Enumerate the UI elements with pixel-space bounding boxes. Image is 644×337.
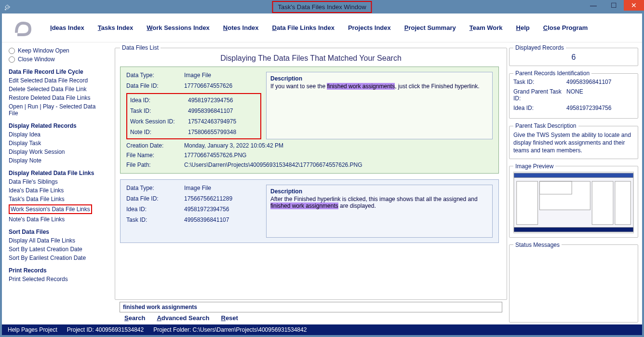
side-note-file-links[interactable]: Note's Data File Links: [9, 216, 106, 223]
menu-notes-index[interactable]: Notes Index: [223, 24, 259, 31]
status-messages-fieldset: Status Messages: [509, 242, 638, 323]
reset-link[interactable]: Reset: [221, 314, 238, 322]
menu-project-summary-label: roject Summary: [408, 24, 456, 31]
minimize-button[interactable]: —: [583, 0, 604, 11]
search-input[interactable]: [120, 302, 502, 312]
label-note-id: Note ID:: [130, 129, 188, 135]
advanced-search-link[interactable]: Advanced Search: [157, 314, 209, 322]
image-preview-fieldset: Image Preview: [509, 163, 638, 238]
ids-highlight-box: Idea ID: 49581972394756 Task ID: 4995839…: [126, 93, 261, 139]
pr-gp-task-id-value: NONE: [566, 88, 634, 102]
side-head-related-links: Display Related Data File Links: [9, 170, 106, 176]
side-idea-file-links[interactable]: Idea's Data File Links: [9, 187, 106, 194]
main-area: Data Files List Displaying The Data File…: [113, 42, 507, 324]
data-files-list-scroll[interactable]: Data Type: Image File Data File ID: 1777…: [120, 67, 502, 297]
description-text-post: , just click the Finished hyperlink.: [395, 83, 479, 90]
data-files-list-title: Displaying The Data Files That Matched Y…: [120, 54, 502, 63]
status-project-id: Project ID: 400956931534842: [67, 326, 144, 333]
maximize-button[interactable]: ☐: [604, 0, 624, 11]
side-display-idea[interactable]: Display Idea: [9, 131, 106, 138]
app-icon: ⌮: [4, 3, 11, 11]
menu-close-program-label: lose Program: [548, 24, 588, 31]
label-file-name: File Name:: [126, 152, 184, 159]
description-box: Description After the Finished hyperlink…: [266, 185, 493, 238]
side-head-life-cycle: Data File Record Life Cycle: [9, 68, 106, 75]
side-file-siblings[interactable]: Data File's Siblings: [9, 178, 106, 185]
side-task-file-links[interactable]: Task's Data File Links: [9, 196, 106, 202]
side-head-sort: Sort Data Files: [9, 229, 106, 235]
data-files-list-legend: Data Files List: [120, 44, 161, 51]
side-restore-links[interactable]: Restore Deleted Data File Links: [9, 94, 106, 101]
label-idea-id: Idea ID:: [130, 97, 188, 104]
pr-idea-id-label: Idea ID:: [513, 105, 566, 111]
displayed-records-legend: Displayed Records: [513, 44, 566, 51]
keep-window-open-radio[interactable]: Keep Window Open: [9, 47, 106, 54]
description-label: Description: [270, 188, 488, 195]
image-preview-thumbnail[interactable]: [513, 172, 634, 233]
side-edit-record[interactable]: Edit Selected Data File Record: [9, 77, 106, 84]
description-text-pre: After the Finished hyperlink is clicked,…: [270, 196, 478, 202]
value-data-type: Image File: [184, 72, 261, 79]
side-delete-link[interactable]: Delete Selected Data File Link: [9, 86, 106, 93]
status-help-pages[interactable]: Help Pages Project: [8, 326, 57, 333]
data-file-record[interactable]: Data Type: Image File Data File ID: 1777…: [120, 67, 499, 174]
close-button[interactable]: ✕: [624, 0, 644, 11]
menu-close-program[interactable]: Close Program: [543, 24, 588, 31]
app-logo-icon: [11, 18, 37, 38]
menu-work-sessions-index-label: ork Sessions Index: [152, 24, 210, 31]
value-note-id: 175806655799348: [188, 129, 257, 135]
status-messages-legend: Status Messages: [513, 242, 562, 248]
label-ws-id: Work Session ID:: [130, 118, 188, 125]
window-title: Task's Data Files Index Window: [272, 1, 372, 13]
side-sort-earliest[interactable]: Sort By Earilest Creation Date: [9, 255, 106, 261]
titlebar: ⌮ Task's Data Files Index Window — ☐ ✕: [0, 0, 644, 13]
description-text-pre: If you want to see the: [270, 83, 327, 90]
menu-tasks-index[interactable]: Tasks Index: [98, 24, 133, 31]
side-display-note[interactable]: Display Note: [9, 157, 106, 164]
svg-rect-2: [514, 227, 633, 232]
menu-ideas-index[interactable]: Ideas Index: [50, 24, 84, 31]
parent-task-desc-text: Give the TWS System the ability to locat…: [513, 131, 634, 155]
label-data-type: Data Type:: [126, 185, 184, 191]
menu-tasks-index-label: asks Index: [101, 24, 134, 31]
pr-task-id-value: 49958396841107: [566, 79, 634, 85]
value-idea-id: 49581972394756: [184, 206, 261, 213]
close-window-radio[interactable]: Close Window: [9, 56, 106, 63]
parent-records-ident-legend: Parent Records Identification: [513, 70, 591, 77]
search-link[interactable]: Search: [124, 314, 145, 322]
label-creation-date: Creation Date:: [126, 142, 184, 149]
menu-work-sessions-index[interactable]: Work Sessions Index: [147, 24, 210, 31]
side-display-task[interactable]: Display Task: [9, 140, 106, 147]
value-task-id: 49958396841107: [184, 216, 261, 223]
side-display-all-links[interactable]: Display All Data File Links: [9, 237, 106, 244]
side-ws-file-links[interactable]: Work Session's Data File Links: [9, 204, 92, 214]
menu-projects-index[interactable]: Projects Index: [348, 24, 391, 31]
side-sort-latest[interactable]: Sort By Latest Creation Date: [9, 246, 106, 253]
menu-project-summary[interactable]: Project Summary: [404, 24, 456, 31]
description-highlight: finished work assignments: [270, 202, 338, 209]
side-display-work-session[interactable]: Display Work Session: [9, 148, 106, 155]
side-print-selected[interactable]: Print Selected Records: [9, 276, 106, 283]
menu-help-label: elp: [521, 24, 530, 31]
label-idea-id: Idea ID:: [126, 206, 184, 213]
pr-task-id-label: Task ID:: [513, 79, 566, 85]
side-open-run-play[interactable]: Open | Run | Play - Selected Data File: [9, 103, 106, 117]
displayed-records-value: 6: [513, 53, 634, 62]
label-data-file-id: Data File ID:: [126, 82, 184, 89]
sidebar: Keep Window Open Close Window Data File …: [2, 42, 113, 324]
data-files-list-fieldset: Data Files List Displaying The Data File…: [115, 44, 507, 300]
menu-team-work[interactable]: Team Work: [470, 24, 503, 31]
menubar: Ideas Index Tasks Index Work Sessions In…: [2, 13, 642, 42]
value-file-path: C:\Users\Darren\Projects\400956931534842…: [184, 162, 493, 168]
parent-task-desc-fieldset: Parent Task Description Give the TWS Sys…: [509, 122, 638, 159]
description-text-post: are displayed.: [338, 202, 376, 209]
value-data-file-id: 175667566211289: [184, 195, 261, 202]
label-file-path: File Path:: [126, 162, 184, 168]
menu-help[interactable]: Help: [516, 24, 530, 31]
value-idea-id: 49581972394756: [188, 97, 257, 104]
menu-data-file-links-index[interactable]: Data File Links Index: [272, 24, 335, 31]
parent-records-ident-fieldset: Parent Records Identification Task ID:49…: [509, 70, 638, 119]
data-file-record[interactable]: Data Type: Image File Data File ID: 1756…: [120, 179, 499, 243]
pr-idea-id-value: 49581972394756: [566, 105, 634, 111]
statusbar: Help Pages Project Project ID: 400956931…: [2, 324, 642, 335]
